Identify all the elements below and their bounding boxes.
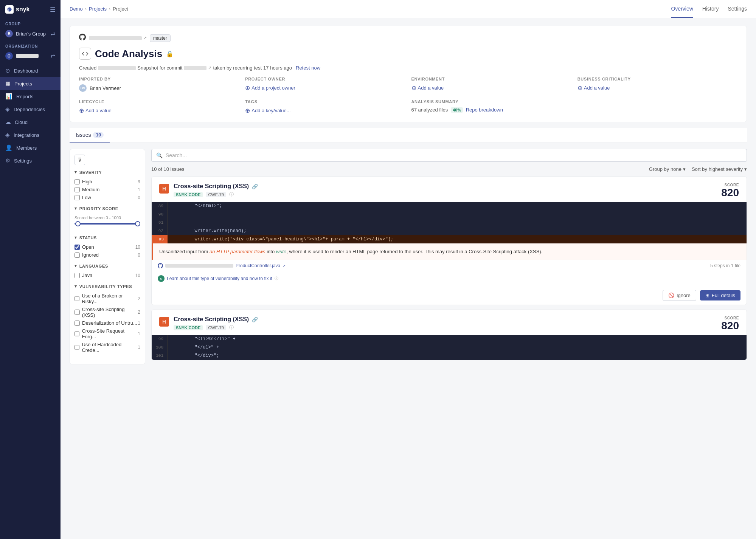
sidebar-item-label: Settings xyxy=(14,158,32,164)
add-bc-button[interactable]: ⊕ Add a value xyxy=(577,84,610,91)
breadcrumb: Demo › Projects › Project xyxy=(70,6,128,12)
tab-settings[interactable]: Settings xyxy=(728,0,747,18)
vuln-csrf-checkbox[interactable] xyxy=(75,331,79,336)
severity-header[interactable]: ▾ SEVERITY xyxy=(75,170,140,175)
snapshot-text: Snapshot for commit xyxy=(137,65,182,71)
issue-link-icon[interactable]: 🔗 xyxy=(252,184,258,189)
sidebar-item-cloud[interactable]: ☁ Cloud xyxy=(0,116,61,129)
severity-badge-high: H xyxy=(159,184,169,194)
code-block-1: 89 "</html>"; 90 91 92 xyxy=(152,202,747,243)
lifecycle-cell: LIFECYCLE ⊕ Add a value xyxy=(79,99,239,114)
issue-actions-1: 🚫 Ignore ⊞ Full details xyxy=(152,286,747,305)
group-by-chevron-icon: ▾ xyxy=(683,166,686,172)
vuln-xss-checkbox[interactable] xyxy=(75,310,80,315)
add-project-owner-button[interactable]: ⊕ Add a project owner xyxy=(245,84,295,91)
sidebar-item-dashboard[interactable]: ⊙ Dashboard xyxy=(0,64,61,77)
pct-badge: 40% xyxy=(451,107,463,113)
dependencies-icon: ◈ xyxy=(5,106,10,113)
sidebar-item-label: Dependencies xyxy=(14,107,45,112)
breadcrumb-current: Project xyxy=(113,6,128,12)
sort-by-button[interactable]: Sort by highest severity ▾ xyxy=(692,166,747,172)
retest-link[interactable]: Retest now xyxy=(296,65,320,71)
issues-tab[interactable]: Issues 10 xyxy=(70,128,110,142)
priority-slider-thumb-left[interactable] xyxy=(75,221,81,226)
sidebar-item-reports[interactable]: 📊 Reports xyxy=(0,90,61,103)
lifecycle-label: LIFECYCLE xyxy=(79,99,239,104)
languages-filter: ▾ LANGUAGES Java 10 xyxy=(75,263,140,279)
full-details-button-1[interactable]: ⊞ Full details xyxy=(700,290,740,300)
priority-score-header[interactable]: ▾ PRIORITY SCORE xyxy=(75,206,140,211)
sidebar-item-label: Dashboard xyxy=(14,68,38,74)
status-open-label: Open xyxy=(82,244,94,250)
score-area-2: SCORE 820 xyxy=(713,316,739,332)
severity-low-checkbox[interactable] xyxy=(75,195,80,200)
cwe-badge-2: CWE-79 xyxy=(206,325,226,330)
vuln-broken-risky-checkbox[interactable] xyxy=(75,296,79,301)
snyk-code-badge-2: SNYK CODE xyxy=(174,325,203,330)
severity-low-label: Low xyxy=(82,195,91,200)
org-switch-icon[interactable]: ⇄ xyxy=(51,53,55,59)
status-open-checkbox[interactable] xyxy=(75,245,80,250)
vuln-hardcoded-checkbox[interactable] xyxy=(75,345,79,350)
severity-low-count: 0 xyxy=(138,195,140,200)
sidebar-item-label: Integrations xyxy=(14,132,39,138)
severity-medium-checkbox[interactable] xyxy=(75,187,80,192)
vuln-csrf-label: Cross-Site Request Forg... xyxy=(82,328,138,339)
vuln-types-header[interactable]: ▾ VULNERABILITY TYPES xyxy=(75,284,140,289)
repo-breakdown-link[interactable]: Repo breakdown xyxy=(466,107,503,113)
group-by-button[interactable]: Group by none ▾ xyxy=(649,166,686,172)
languages-chevron-icon: ▾ xyxy=(75,263,77,268)
snyk-logo: s snyk xyxy=(5,5,29,14)
status-ignored-checkbox[interactable] xyxy=(75,252,80,258)
analysis-summary-cell: ANALYSIS SUMMARY 67 analyzed files 40% R… xyxy=(411,99,738,114)
issues-panel: 🔍 10 of 10 issues Group by none ▾ Sort b… xyxy=(151,149,747,365)
sidebar-item-projects[interactable]: ▦ Projects xyxy=(0,77,61,90)
learn-link-icon: ⓘ xyxy=(275,276,278,281)
severity-high-checkbox[interactable] xyxy=(75,179,80,184)
add-tag-button[interactable]: ⊕ Add a key/value... xyxy=(245,107,290,114)
sidebar-item-integrations[interactable]: ◈ Integrations xyxy=(0,129,61,141)
search-input[interactable] xyxy=(166,152,742,158)
vuln-hardcoded-count: 1 xyxy=(138,345,140,350)
breadcrumb-projects[interactable]: Projects xyxy=(89,6,107,12)
sidebar-hamburger-icon[interactable]: ☰ xyxy=(50,6,55,13)
plus-icon-2: ⊕ xyxy=(411,84,416,91)
breadcrumb-demo[interactable]: Demo xyxy=(70,6,83,12)
sidebar-item-dependencies[interactable]: ◈ Dependencies xyxy=(0,103,61,116)
tab-history[interactable]: History xyxy=(702,0,719,18)
project-meta-row: Created Snapshot for commit ↗ taken by r… xyxy=(79,65,737,71)
snyk-logo-icon: s xyxy=(5,5,14,14)
vuln-deserialization-checkbox[interactable] xyxy=(75,321,80,326)
learn-link-1[interactable]: s Learn about this type of vulnerability… xyxy=(158,275,740,282)
group-switch-icon[interactable]: ⇄ xyxy=(51,31,55,37)
business-criticality-cell: BUSINESS CRITICALITY ⊕ Add a value xyxy=(577,77,737,92)
priority-slider-track xyxy=(75,223,140,225)
tab-overview[interactable]: Overview xyxy=(671,0,693,18)
status-header[interactable]: ▾ STATUS xyxy=(75,235,140,240)
filter-icon-button[interactable]: ⊽ xyxy=(75,155,85,165)
repo-link[interactable]: ↗ xyxy=(89,36,147,40)
languages-header[interactable]: ▾ LANGUAGES xyxy=(75,263,140,268)
sidebar-item-members[interactable]: 👤 Members xyxy=(0,141,61,154)
sidebar-nav: ⊙ Dashboard ▦ Projects 📊 Reports ◈ Depen… xyxy=(0,64,61,167)
ignore-button-1[interactable]: 🚫 Ignore xyxy=(663,290,696,301)
settings-icon: ⚙ xyxy=(5,157,10,164)
add-lifecycle-button[interactable]: ⊕ Add a value xyxy=(79,107,112,114)
sidebar-item-settings[interactable]: ⚙ Settings xyxy=(0,154,61,167)
snyk-owl-icon: s xyxy=(158,275,165,282)
environment-cell: ENVIRONMENT ⊕ Add a value xyxy=(411,77,571,92)
add-environment-button[interactable]: ⊕ Add a value xyxy=(411,84,444,91)
priority-slider-thumb-right[interactable] xyxy=(135,221,140,226)
info-icon-2: ⓘ xyxy=(229,324,234,331)
imported-by-row: BV Brian Vermeer xyxy=(79,84,239,92)
status-filter: ▾ STATUS Open 10 Ignored xyxy=(75,235,140,259)
integrations-icon: ◈ xyxy=(5,132,10,138)
file-path-link-1[interactable]: ProductController.java ↗ xyxy=(158,263,286,268)
severity-filter: ▾ SEVERITY High 9 Medium xyxy=(75,170,140,201)
org-label: ORGANIZATION xyxy=(0,40,61,50)
topbar: Demo › Projects › Project Overview Histo… xyxy=(61,0,756,18)
issue-link-icon-2[interactable]: 🔗 xyxy=(252,317,258,322)
priority-slider-container: Scored between 0 - 1000 xyxy=(75,214,140,231)
status-open-item: Open 10 xyxy=(75,243,140,251)
language-java-checkbox[interactable] xyxy=(75,273,80,278)
